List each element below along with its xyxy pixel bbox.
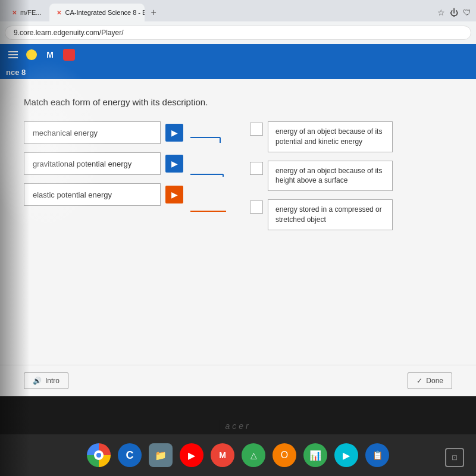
desc-checkbox-1[interactable]	[250, 123, 263, 136]
browser-profile-icon[interactable]: 🛡	[463, 8, 471, 17]
taskbar-docs-icon[interactable]: O	[273, 443, 296, 467]
checkmark-icon: ✓	[416, 377, 422, 385]
taskbar: C 📁 ▶ M △ O 📊 ▶ 📋 ⊡	[0, 434, 476, 476]
intro-button[interactable]: 🔊 Intro	[24, 372, 68, 389]
toolbar-m-icon[interactable]: M	[43, 48, 57, 62]
taskbar-screen-icon[interactable]: ⊡	[445, 448, 464, 467]
terms-column: mechanical energy ▶ gravitational potent…	[24, 121, 190, 206]
connection-lines-area	[190, 126, 250, 233]
arrow-button-2[interactable]: ▶	[165, 155, 183, 173]
intro-button-label: Intro	[45, 377, 60, 385]
term-item-3: elastic potential energy ▶	[24, 183, 190, 206]
arrow-icon-2: ▶	[171, 159, 178, 168]
desc-checkbox-2[interactable]	[250, 162, 263, 175]
arrow-button-3[interactable]: ▶	[165, 186, 183, 203]
descriptions-column: energy of an object because of its poten…	[250, 121, 393, 230]
term-label-3: elastic potential energy	[33, 190, 112, 199]
arrow-button-1[interactable]: ▶	[165, 124, 183, 142]
address-bar-row: 9.core.learn.edgenuity.com/Player/	[0, 21, 476, 44]
edgenuity-toolbar: M	[0, 44, 476, 65]
arrow-icon-1: ▶	[171, 128, 178, 137]
term-box-1[interactable]: mechanical energy	[24, 121, 161, 144]
desc-text-3[interactable]: energy stored in a compressed or stretch…	[268, 199, 393, 230]
term-box-3[interactable]: elastic potential energy	[24, 183, 161, 206]
taskbar-c-icon[interactable]: C	[118, 443, 142, 467]
browser-chrome: ✕ m/FE... ✕ CA-Integrated Science 8 - Ed…	[0, 0, 476, 44]
done-button-label: Done	[426, 377, 443, 385]
acer-logo: acer	[219, 420, 256, 432]
term-item-1: mechanical energy ▶	[24, 121, 190, 144]
connectors-svg	[190, 126, 250, 233]
matching-area: mechanical energy ▶ gravitational potent…	[24, 121, 452, 233]
browser-power-icon[interactable]: ⏻	[450, 8, 458, 17]
desc-checkbox-3[interactable]	[250, 201, 263, 214]
taskbar-youtube-icon[interactable]: ▶	[180, 443, 203, 467]
app-header: nce 8	[0, 65, 476, 79]
toolbar-yellow-icon	[26, 49, 37, 60]
taskbar-gmail-icon[interactable]: M	[211, 443, 234, 467]
description-item-2: energy of an object because of its heigh…	[250, 161, 393, 192]
bottom-bar: 🔊 Intro ✓ Done	[0, 365, 476, 396]
tab-label-active: CA-Integrated Science 8 - Edgen...	[65, 9, 145, 16]
arrow-icon-3: ▶	[171, 190, 178, 199]
toolbar-red-icon	[63, 49, 75, 61]
main-content: Match each form of energy with its descr…	[0, 79, 476, 365]
taskbar-drive-icon[interactable]: △	[242, 443, 265, 467]
term-label-2: gravitational potential energy	[33, 159, 131, 168]
speaker-icon: 🔊	[33, 377, 42, 385]
taskbar-chrome-icon[interactable]	[87, 443, 111, 467]
app-header-label: nce 8	[6, 68, 26, 77]
new-tab-button[interactable]: +	[146, 5, 161, 20]
taskbar-sheets-icon[interactable]: 📊	[303, 443, 327, 467]
taskbar-play-icon[interactable]: ▶	[334, 443, 358, 467]
address-bar[interactable]: 9.core.learn.edgenuity.com/Player/	[5, 26, 471, 40]
term-item-2: gravitational potential energy ▶	[24, 152, 190, 175]
term-box-2[interactable]: gravitational potential energy	[24, 152, 161, 175]
tab-close-icon: ✕	[12, 10, 17, 16]
browser-star-icon[interactable]: ☆	[437, 8, 445, 17]
taskbar-app-icon[interactable]: 📋	[365, 443, 389, 467]
desc-text-1[interactable]: energy of an object because of its poten…	[268, 121, 393, 152]
term-label-1: mechanical energy	[33, 129, 98, 137]
tab-active-close-icon: ✕	[57, 10, 61, 16]
toolbar-menu-icon[interactable]	[6, 48, 20, 62]
desc-text-2[interactable]: energy of an object because of its heigh…	[268, 161, 393, 192]
tab-label-inactive: m/FE...	[20, 9, 41, 16]
tab-bar: ✕ m/FE... ✕ CA-Integrated Science 8 - Ed…	[0, 0, 476, 21]
done-button[interactable]: ✓ Done	[408, 372, 452, 389]
tab-active[interactable]: ✕ CA-Integrated Science 8 - Edgen...	[49, 4, 145, 21]
taskbar-files-icon[interactable]: 📁	[149, 443, 173, 467]
description-item-3: energy stored in a compressed or stretch…	[250, 199, 393, 230]
instruction-text: Match each form of energy with its descr…	[24, 97, 452, 107]
description-item-1: energy of an object because of its poten…	[250, 121, 393, 152]
tab-inactive[interactable]: ✕ m/FE...	[5, 4, 48, 21]
